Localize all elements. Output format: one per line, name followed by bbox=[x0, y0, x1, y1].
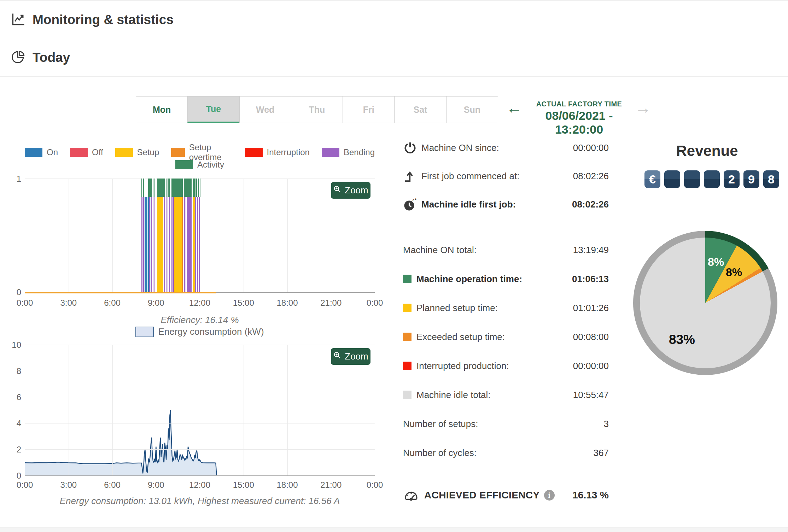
stat-label: Machine idle total: bbox=[416, 390, 491, 401]
stat-row: Planned setup time:01:01:26 bbox=[403, 294, 609, 322]
x-tick-label: 0:00 bbox=[359, 480, 391, 490]
gauge-icon bbox=[403, 486, 419, 504]
first-job-icon bbox=[403, 169, 421, 183]
gridline bbox=[244, 179, 244, 292]
section-title: Today bbox=[33, 50, 70, 65]
x-tick-label: 3:00 bbox=[53, 298, 84, 308]
legend-item: On bbox=[25, 147, 58, 157]
activity-segment bbox=[193, 179, 195, 197]
tab-tue[interactable]: Tue bbox=[187, 96, 239, 123]
achieved-efficiency-row: ACHIEVED EFFICIENCYi16.13 % bbox=[403, 479, 609, 511]
y-tick-label: 0 bbox=[9, 287, 21, 297]
efficiency-caption: Efficiency: 16.14 % bbox=[25, 315, 375, 326]
energy-chart: Zoom bbox=[25, 345, 375, 476]
gridline bbox=[375, 179, 375, 292]
stat-label: Number of cycles: bbox=[403, 448, 477, 458]
section-header: Today bbox=[0, 39, 788, 77]
stat-swatch bbox=[403, 304, 411, 312]
factory-time-value: 08/06/2021 - 13:20:00 bbox=[523, 109, 636, 136]
gridline bbox=[69, 345, 69, 475]
stat-label: Machine ON since: bbox=[421, 142, 499, 153]
state-segment-bending bbox=[171, 197, 174, 292]
legend-item: Activity bbox=[175, 160, 224, 170]
revenue-counter: €298 bbox=[644, 170, 779, 188]
info-icon[interactable]: i bbox=[544, 490, 555, 501]
y-tick-label: 6 bbox=[9, 392, 21, 402]
revenue-digit-box: 8 bbox=[763, 170, 779, 188]
gridline bbox=[25, 179, 25, 292]
x-tick-label: 21:00 bbox=[315, 480, 347, 490]
energy-zoom-button[interactable]: Zoom bbox=[331, 348, 370, 365]
page-title: Monitoring & statistics bbox=[33, 12, 174, 27]
tab-sat[interactable]: Sat bbox=[394, 96, 446, 123]
stat-label: Interrupted production: bbox=[416, 361, 509, 372]
next-day-arrow[interactable]: → bbox=[635, 100, 651, 116]
stat-value: 01:01:26 bbox=[573, 303, 609, 314]
x-tick-label: 0:00 bbox=[9, 298, 41, 308]
stat-row: Exceeded setup time:00:08:00 bbox=[403, 323, 609, 351]
gridline bbox=[244, 345, 244, 475]
stat-label: Exceeded setup time: bbox=[416, 332, 505, 343]
svg-text:z: z bbox=[412, 198, 414, 202]
legend-label: Setup overtime bbox=[189, 142, 233, 162]
currency-box: € bbox=[644, 170, 660, 188]
zoom-in-icon bbox=[333, 351, 342, 362]
stat-value: 13:19:49 bbox=[573, 245, 609, 256]
gridline bbox=[112, 345, 113, 475]
gridline bbox=[287, 179, 288, 292]
stat-label: Machine ON total: bbox=[403, 245, 477, 256]
x-tick-label: 6:00 bbox=[97, 480, 128, 490]
tab-mon[interactable]: Mon bbox=[136, 96, 188, 123]
stat-value: 367 bbox=[594, 448, 609, 458]
tab-fri[interactable]: Fri bbox=[343, 96, 395, 123]
x-tick-label: 0:00 bbox=[9, 480, 41, 490]
zoom-in-icon bbox=[333, 185, 342, 196]
y-tick-label: 8 bbox=[9, 366, 21, 376]
gridline bbox=[25, 423, 375, 423]
energy-x-axis: 0:003:006:009:0012:0015:0018:0021:000:00 bbox=[25, 480, 375, 491]
timeline-zoom-button[interactable]: Zoom bbox=[331, 182, 370, 199]
legend-item: Interruption bbox=[245, 147, 310, 157]
y-tick-label: 2 bbox=[9, 445, 21, 455]
power-icon bbox=[403, 141, 421, 155]
stat-row: First job commenced at:08:02:26 bbox=[403, 162, 609, 190]
tab-sun[interactable]: Sun bbox=[446, 96, 498, 123]
stat-value: 10:55:47 bbox=[573, 390, 609, 401]
state-segment-setup bbox=[157, 197, 163, 292]
zoom-button-label: Zoom bbox=[345, 351, 368, 362]
activity-segment bbox=[141, 179, 142, 197]
legend-item: Energy consumption (kW) bbox=[135, 326, 264, 337]
legend-swatch bbox=[245, 148, 263, 157]
legend-label: Setup bbox=[137, 147, 159, 157]
gridline bbox=[200, 345, 200, 475]
stat-row: Machine idle total:10:55:47 bbox=[403, 381, 609, 409]
stat-value: 00:00:00 bbox=[573, 142, 609, 153]
pie-slices bbox=[640, 238, 771, 368]
x-tick-label: 15:00 bbox=[228, 298, 259, 308]
stat-label: Machine operation time: bbox=[416, 274, 522, 285]
state-segment-bending bbox=[197, 197, 200, 292]
tab-thu[interactable]: Thu bbox=[291, 96, 343, 123]
gridline bbox=[331, 179, 331, 292]
stat-row: Interrupted production:00:00:00 bbox=[403, 352, 609, 380]
stat-row: Machine ON since:00:00:00 bbox=[403, 134, 609, 162]
y-tick-label: 1 bbox=[9, 174, 21, 184]
energy-legend-label: Energy consumption (kW) bbox=[158, 326, 264, 337]
stats-panel: Machine ON since:00:00:00First job comme… bbox=[403, 134, 609, 519]
legend-swatch bbox=[25, 148, 42, 157]
energy-caption: Energy consumption: 13.01 kWh, Highest m… bbox=[25, 496, 375, 507]
factory-time-label: ACTUAL FACTORY TIME bbox=[523, 100, 636, 108]
state-segment-on bbox=[145, 197, 147, 292]
gridline bbox=[25, 397, 375, 397]
prev-day-arrow[interactable]: ← bbox=[506, 100, 523, 116]
stat-value: 00:00:00 bbox=[573, 361, 609, 372]
stat-row: Number of cycles:367 bbox=[403, 439, 609, 467]
activity-segment bbox=[164, 179, 167, 197]
state-segment-bending bbox=[195, 197, 197, 292]
x-tick-label: 9:00 bbox=[140, 480, 172, 490]
gridline bbox=[25, 345, 25, 475]
machine-time-pie-chart: 8%8%83% bbox=[633, 231, 777, 375]
gridline bbox=[156, 179, 156, 292]
state-segment-bending bbox=[151, 197, 156, 292]
tab-wed[interactable]: Wed bbox=[239, 96, 291, 123]
